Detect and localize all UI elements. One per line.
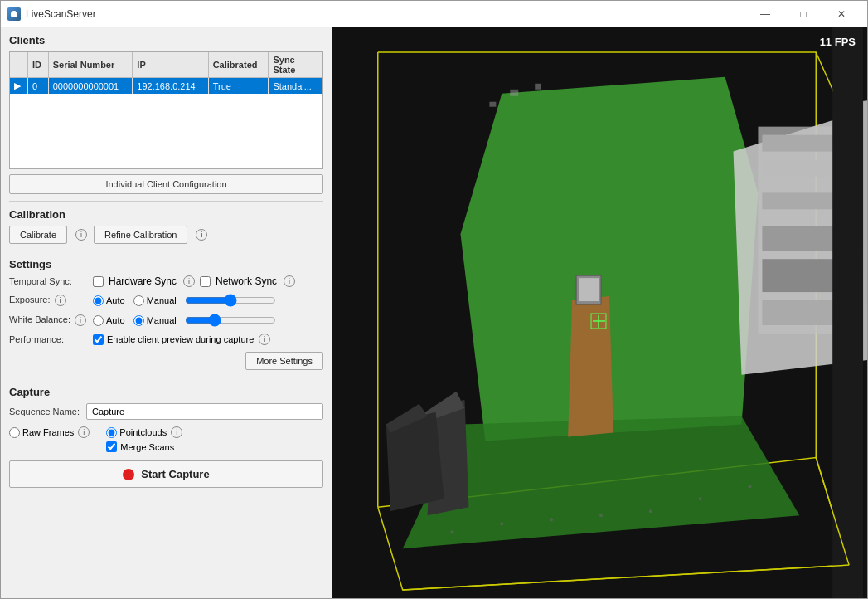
col-sync-state: SyncState (269, 52, 322, 78)
wb-manual-option[interactable]: Manual (133, 315, 177, 326)
row-serial: 0000000000001 (48, 78, 133, 95)
capture-col-right: Pointclouds i Merge Scans (106, 426, 182, 452)
capture-col-left: Raw Frames i (9, 426, 90, 438)
svg-rect-14 (579, 278, 599, 301)
pointclouds-info-icon[interactable]: i (171, 426, 182, 438)
network-sync-checkbox[interactable] (200, 276, 211, 287)
row-id: 0 (28, 78, 49, 95)
capture-section-title: Capture (9, 386, 323, 398)
close-button[interactable]: ✕ (822, 1, 861, 27)
red-dot-icon (123, 469, 134, 480)
wb-manual-label: Manual (147, 315, 177, 325)
svg-point-28 (550, 518, 553, 521)
svg-point-26 (451, 530, 454, 533)
exposure-label: Exposure: i (9, 295, 88, 306)
individual-client-btn[interactable]: Individual Client Configuration (9, 174, 323, 194)
calibrate-button[interactable]: Calibrate (9, 226, 67, 244)
clients-table: ID Serial Number IP Calibrated SyncState… (10, 52, 322, 94)
network-sync-info-icon[interactable]: i (284, 275, 295, 287)
performance-row: Performance: Enable client preview durin… (9, 334, 323, 345)
temporal-sync-row: Temporal Sync: Hardware Sync i Network S… (9, 275, 323, 287)
raw-frames-radio[interactable] (9, 427, 20, 438)
sequence-name-label: Sequence Name: (9, 407, 80, 416)
calibrate-info-icon[interactable]: i (75, 229, 87, 241)
table-empty-space (10, 94, 322, 168)
main-window: LiveScanServer — □ ✕ Clients ID Serial N… (0, 0, 868, 599)
more-settings-button[interactable]: More Settings (245, 352, 323, 370)
white-balance-label: White Balance: i (9, 314, 88, 326)
wb-radio-group: Auto Manual (93, 314, 276, 327)
row-sync-state: Standal... (269, 78, 322, 95)
capture-options: Raw Frames i Pointclouds i Merge Scans (9, 426, 323, 452)
svg-rect-1 (12, 11, 16, 13)
pointclouds-option[interactable]: Pointclouds i (106, 426, 182, 438)
sequence-name-input[interactable] (86, 403, 323, 420)
col-arrow (10, 52, 28, 78)
title-bar: LiveScanServer — □ ✕ (1, 1, 867, 27)
clients-section-title: Clients (9, 34, 323, 46)
pointclouds-radio[interactable] (106, 427, 117, 438)
title-bar-left: LiveScanServer (7, 7, 96, 21)
performance-label: Performance: (9, 334, 88, 344)
svg-point-27 (500, 522, 503, 525)
svg-rect-38 (535, 84, 541, 90)
enable-preview-label: Enable client preview during capture (107, 334, 254, 344)
divider-1 (9, 201, 323, 202)
wb-manual-radio[interactable] (133, 315, 144, 326)
wb-auto-option[interactable]: Auto (93, 315, 125, 326)
raw-frames-option[interactable]: Raw Frames i (9, 426, 90, 438)
exposure-slider[interactable] (185, 294, 276, 307)
svg-marker-12 (568, 296, 613, 437)
exposure-info-icon[interactable]: i (55, 295, 66, 306)
exposure-auto-option[interactable]: Auto (93, 295, 125, 306)
merge-scans-label: Merge Scans (120, 442, 174, 452)
calibration-section-title: Calibration (9, 208, 323, 221)
wb-auto-label: Auto (106, 315, 125, 325)
app-icon (7, 7, 21, 21)
exposure-auto-radio[interactable] (93, 295, 104, 306)
calibration-row: Calibrate i Refine Calibration i (9, 226, 323, 244)
merge-scans-option[interactable]: Merge Scans (106, 441, 182, 452)
enable-preview-checkbox[interactable] (93, 334, 104, 345)
svg-point-31 (699, 497, 702, 500)
scene-svg (332, 27, 867, 598)
maximize-button[interactable]: □ (784, 1, 822, 27)
exposure-manual-option[interactable]: Manual (133, 295, 177, 306)
row-calibrated: True (208, 78, 269, 95)
wb-info-icon[interactable]: i (75, 314, 86, 326)
svg-point-30 (649, 509, 652, 513)
exposure-manual-label: Manual (147, 295, 177, 305)
row-arrow (10, 78, 28, 95)
minimize-button[interactable]: — (746, 1, 784, 27)
raw-frames-info-icon[interactable]: i (78, 426, 90, 438)
exposure-manual-radio[interactable] (133, 295, 144, 306)
wb-auto-radio[interactable] (93, 315, 104, 326)
svg-point-29 (599, 514, 603, 517)
capture-section: Capture Sequence Name: Raw Frames i (9, 386, 323, 488)
sequence-name-row: Sequence Name: (9, 403, 323, 420)
svg-rect-39 (832, 27, 863, 598)
col-calibrated: Calibrated (208, 52, 269, 78)
row-ip: 192.168.0.214 (133, 78, 208, 95)
start-capture-label: Start Capture (141, 468, 209, 480)
refine-calibration-button[interactable]: Refine Calibration (94, 226, 187, 244)
hardware-sync-checkbox[interactable] (93, 276, 104, 287)
more-settings-row: More Settings (9, 352, 323, 370)
merge-scans-checkbox[interactable] (106, 441, 117, 452)
refine-info-icon[interactable]: i (196, 229, 207, 241)
svg-rect-37 (510, 90, 518, 96)
hardware-sync-info-icon[interactable]: i (183, 275, 195, 287)
svg-point-32 (748, 485, 751, 488)
enable-preview-row: Enable client preview during capture i (93, 334, 270, 345)
col-id: ID (28, 52, 49, 78)
left-panel: Clients ID Serial Number IP Calibrated S… (1, 27, 332, 598)
table-row[interactable]: 0 0000000000001 192.168.0.214 True Stand… (10, 78, 322, 95)
start-capture-button[interactable]: Start Capture (9, 460, 323, 488)
right-panel: 11 FPS (332, 27, 867, 598)
clients-table-wrapper: ID Serial Number IP Calibrated SyncState… (9, 51, 323, 169)
svg-rect-36 (489, 102, 496, 107)
table-header-row: ID Serial Number IP Calibrated SyncState (10, 52, 322, 78)
wb-slider[interactable] (185, 314, 276, 327)
hardware-sync-label: Hardware Sync (109, 275, 177, 287)
preview-info-icon[interactable]: i (259, 334, 270, 345)
